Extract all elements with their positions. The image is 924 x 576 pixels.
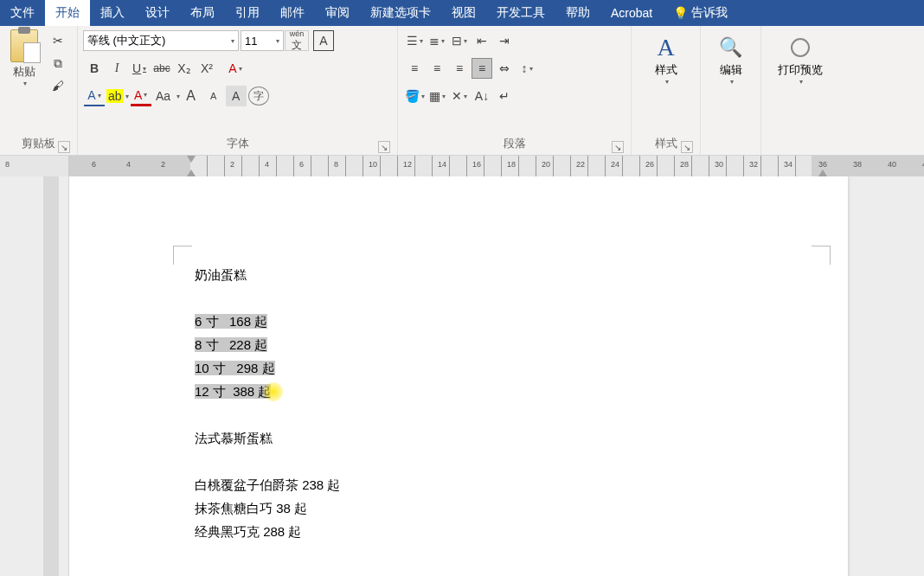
- group-styles: A 样式 ▾ 样式 ↘: [632, 26, 701, 155]
- text-line[interactable]: 白桃覆盆子伯爵茶 238 起: [195, 473, 848, 496]
- align-right-button[interactable]: ≡: [449, 58, 470, 79]
- tab-file[interactable]: 文件: [0, 0, 45, 26]
- group-font: 等线 (中文正文) ▾ 11 ▾ wén 文 A B I U▾ abc X₂: [78, 26, 398, 155]
- text-line[interactable]: 奶油蛋糕: [195, 263, 848, 286]
- tab-tellme[interactable]: 💡 告诉我: [663, 0, 738, 26]
- ruler-corner: [0, 156, 69, 176]
- distributed-button[interactable]: ⇔: [494, 58, 515, 79]
- text-line[interactable]: 6 寸 168 起: [195, 310, 848, 333]
- bold-button[interactable]: B: [84, 58, 105, 79]
- format-painter-button[interactable]: 🖌: [48, 75, 68, 96]
- align-left-button[interactable]: ≡: [404, 58, 425, 79]
- tab-layout[interactable]: 布局: [180, 0, 225, 26]
- align-justify-button[interactable]: ≡: [472, 58, 492, 79]
- ruler-tick: 26: [645, 160, 654, 169]
- text-outline-button[interactable]: A▾: [84, 86, 105, 106]
- superscript-button[interactable]: X²: [196, 58, 217, 79]
- tab-review[interactable]: 审阅: [315, 0, 360, 26]
- chevron-down-icon: ▾: [231, 37, 234, 45]
- paragraph-dialog-launcher[interactable]: ↘: [612, 141, 624, 153]
- clipboard-dialog-launcher[interactable]: ↘: [58, 141, 70, 153]
- borders-button[interactable]: ▦▾: [427, 86, 447, 106]
- tab-help[interactable]: 帮助: [555, 0, 600, 26]
- tab-newtab[interactable]: 新建选项卡: [360, 0, 441, 26]
- asian-layout-button[interactable]: ✕▾: [449, 86, 470, 106]
- multilevel-list-button[interactable]: ⊟▾: [449, 30, 470, 51]
- tab-home[interactable]: 开始: [45, 0, 90, 26]
- text-line[interactable]: 10 寸 298 起: [195, 356, 848, 380]
- chevron-down-icon: ▾: [799, 78, 803, 86]
- align-center-button[interactable]: ≡: [427, 58, 447, 79]
- tab-developer[interactable]: 开发工具: [486, 0, 555, 26]
- text-effects-button[interactable]: A▾: [225, 58, 246, 79]
- preview-label: 打印预览: [778, 62, 823, 78]
- tab-insert[interactable]: 插入: [90, 0, 135, 26]
- tab-references[interactable]: 引用: [225, 0, 270, 26]
- change-case-button[interactable]: Aa: [153, 86, 174, 106]
- tab-bar: 文件 开始 插入 设计 布局 引用 邮件 审阅 新建选项卡 视图 开发工具 帮助…: [0, 0, 924, 26]
- font-size-combo[interactable]: 11 ▾: [241, 30, 284, 51]
- styles-button[interactable]: A 样式 ▾: [637, 29, 695, 89]
- tab-mailings[interactable]: 邮件: [270, 0, 315, 26]
- ruler-tick: 2: [230, 160, 234, 169]
- tab-acrobat[interactable]: Acrobat: [600, 0, 663, 26]
- subscript-button[interactable]: X₂: [174, 58, 195, 79]
- right-indent-marker[interactable]: [818, 170, 827, 176]
- document-area: 奶油蛋糕 6 寸 168 起8 寸 228 起10 寸 298 起12 寸 38…: [0, 176, 924, 576]
- horizontal-ruler[interactable]: 8642246810121416182022242628303234363840…: [69, 156, 924, 176]
- text-line[interactable]: [195, 450, 848, 473]
- text-line[interactable]: [195, 286, 848, 310]
- group-preview: 打印预览 ▾: [761, 26, 839, 155]
- copy-button[interactable]: ⧉: [48, 53, 68, 74]
- decrease-indent-button[interactable]: ⇤: [472, 30, 492, 51]
- styles-dialog-launcher[interactable]: ↘: [681, 141, 693, 153]
- selected-text[interactable]: 8 寸 228 起: [195, 337, 267, 352]
- hanging-indent-marker[interactable]: [187, 170, 196, 176]
- strikethrough-button[interactable]: abc: [151, 58, 172, 79]
- page-scroll[interactable]: 奶油蛋糕 6 寸 168 起8 寸 228 起10 寸 298 起12 寸 38…: [69, 176, 924, 576]
- text-line[interactable]: 12 寸 388 起: [195, 380, 848, 403]
- editing-label: 编辑: [720, 62, 742, 78]
- line-spacing-button[interactable]: ↕▾: [517, 58, 537, 79]
- character-border-button[interactable]: A: [313, 30, 334, 51]
- tab-view[interactable]: 视图: [441, 0, 486, 26]
- selected-text[interactable]: 12 寸 388 起: [195, 384, 271, 399]
- increase-indent-button[interactable]: ⇥: [494, 30, 515, 51]
- text-line[interactable]: 抹茶焦糖白巧 38 起: [195, 496, 848, 520]
- font-dialog-launcher[interactable]: ↘: [378, 141, 390, 153]
- shading-button[interactable]: 🪣▾: [404, 86, 425, 106]
- vertical-ruler[interactable]: [0, 176, 69, 576]
- numbering-button[interactable]: ≣▾: [427, 30, 447, 51]
- print-preview-button[interactable]: 打印预览 ▾: [767, 29, 834, 89]
- page[interactable]: 奶油蛋糕 6 寸 168 起8 寸 228 起10 寸 298 起12 寸 38…: [69, 176, 848, 576]
- underline-button[interactable]: U▾: [129, 58, 150, 79]
- ruler-tick: 16: [472, 160, 481, 169]
- tab-design[interactable]: 设计: [135, 0, 180, 26]
- bullets-button[interactable]: ☰▾: [404, 30, 425, 51]
- show-marks-button[interactable]: ↵: [494, 86, 515, 106]
- margin-corner-tr: [812, 246, 831, 265]
- font-color-button[interactable]: A▾: [131, 86, 151, 106]
- first-line-indent-marker[interactable]: [187, 156, 196, 163]
- font-name-combo[interactable]: 等线 (中文正文) ▾: [83, 30, 239, 51]
- text-line[interactable]: 法式慕斯蛋糕: [195, 426, 848, 450]
- phonetic-guide-button[interactable]: wén 文: [285, 30, 309, 51]
- enclose-characters-button[interactable]: 字: [248, 86, 269, 106]
- text-line[interactable]: 经典黑巧克 288 起: [195, 520, 848, 543]
- paste-button[interactable]: 粘贴 ▾: [5, 29, 43, 87]
- editing-button[interactable]: 🔍 编辑 ▾: [706, 29, 755, 89]
- selected-text[interactable]: 6 寸 168 起: [195, 314, 267, 329]
- text-line[interactable]: 8 寸 228 起: [195, 333, 848, 356]
- selected-text[interactable]: 10 寸 298 起: [195, 361, 275, 375]
- grow-font-button[interactable]: A: [181, 86, 202, 106]
- chevron-down-icon: ▾: [23, 80, 27, 87]
- ruler-tick: 28: [680, 160, 689, 169]
- italic-button[interactable]: I: [106, 58, 127, 79]
- shrink-font-button[interactable]: A: [203, 86, 224, 106]
- sort-button[interactable]: A↓: [472, 86, 492, 106]
- text-line[interactable]: [195, 403, 848, 426]
- clipboard-icon: [10, 29, 38, 62]
- character-shading-button[interactable]: A: [226, 86, 247, 106]
- highlight-button[interactable]: ab▾: [106, 86, 129, 106]
- cut-button[interactable]: ✂: [48, 30, 68, 51]
